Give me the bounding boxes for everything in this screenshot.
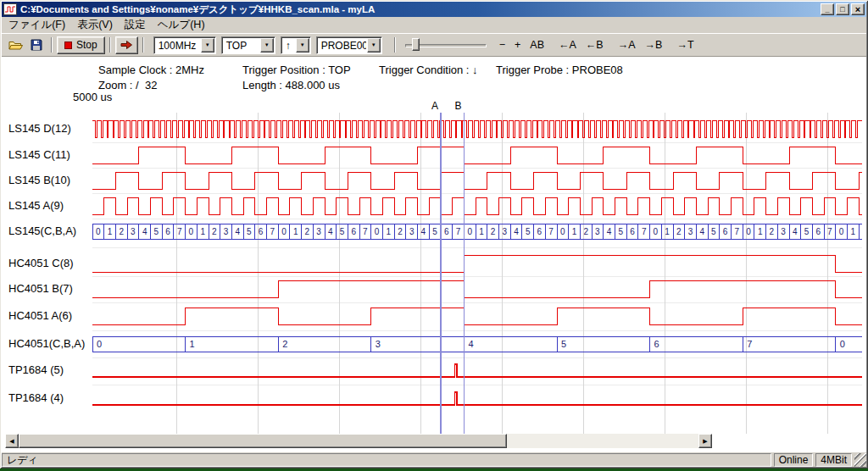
svg-text:4: 4: [793, 227, 798, 236]
channel-tp1684-4: TP1684 (4): [8, 391, 862, 405]
ab-cursor-button[interactable]: AB: [526, 37, 548, 53]
svg-text:2: 2: [212, 227, 217, 236]
trigger-probe-select[interactable]: PROBE00 ▼: [316, 36, 382, 54]
run-button[interactable]: [115, 36, 138, 54]
wave-trace: [92, 120, 862, 137]
svg-text:6: 6: [444, 227, 449, 236]
svg-text:7: 7: [747, 339, 752, 349]
svg-text:0: 0: [96, 227, 101, 236]
titlebar[interactable]: C:¥Documents and Settings¥noname¥デスクトップ¥…: [2, 2, 866, 17]
trigger-position-select[interactable]: TOP ▼: [221, 36, 275, 54]
close-button[interactable]: ×: [851, 3, 865, 15]
svg-text:0: 0: [281, 227, 287, 236]
menu-file[interactable]: ファイル(F): [3, 16, 71, 34]
svg-text:7: 7: [270, 227, 275, 236]
menu-view[interactable]: 表示(V): [71, 16, 119, 34]
statusbar: レディ Online 4MBit: [2, 452, 866, 467]
goto-b-right-button[interactable]: →B: [642, 37, 666, 53]
zoom-out-button[interactable]: −: [496, 37, 509, 53]
svg-text:5: 5: [804, 227, 810, 236]
marker-label: B: [454, 100, 461, 112]
zoom-in-button[interactable]: +: [511, 37, 524, 53]
wave-trace: [92, 197, 862, 214]
svg-text:6: 6: [654, 339, 659, 349]
resize-grip[interactable]: [854, 453, 866, 467]
channel-label: TP1684 (5): [8, 363, 64, 376]
svg-text:3: 3: [131, 227, 136, 236]
run-arrow-icon: [120, 40, 133, 50]
svg-text:7: 7: [177, 227, 182, 236]
scroll-right-button[interactable]: ▶: [698, 434, 712, 448]
svg-text:4: 4: [328, 227, 333, 236]
svg-text:5: 5: [619, 227, 624, 236]
svg-text:1: 1: [387, 227, 392, 236]
trigger-edge-select[interactable]: ↑ ▼: [281, 36, 311, 54]
scroll-left-button[interactable]: ◀: [5, 434, 19, 448]
channel-label: TP1684 (4): [8, 391, 64, 404]
svg-text:1: 1: [190, 339, 195, 349]
menubar: ファイル(F) 表示(V) 設定 ヘルプ(H): [2, 17, 866, 33]
chevron-down-icon[interactable]: ▼: [296, 38, 309, 53]
svg-text:0: 0: [654, 227, 659, 236]
channel-label: LS145 A(9): [8, 199, 64, 212]
sample-clock-info: Sample Clock : 2MHz: [98, 64, 204, 76]
menu-settings[interactable]: 設定: [119, 16, 152, 34]
chevron-down-icon[interactable]: ▼: [367, 38, 381, 53]
marker-b[interactable]: B: [454, 100, 464, 434]
wave-trace: [92, 147, 862, 163]
toolbar-separator: [109, 37, 111, 53]
svg-text:4: 4: [142, 227, 147, 236]
svg-text:1: 1: [665, 227, 670, 236]
svg-text:6: 6: [352, 227, 357, 236]
svg-text:4: 4: [468, 339, 473, 349]
goto-a-right-button[interactable]: →A: [615, 37, 639, 53]
maximize-button[interactable]: □: [836, 3, 849, 15]
svg-text:2: 2: [676, 227, 682, 236]
stop-button[interactable]: Stop: [57, 36, 105, 54]
svg-text:4: 4: [514, 227, 519, 236]
svg-text:3: 3: [316, 227, 321, 236]
channel-tp1684-5: TP1684 (5): [8, 363, 862, 377]
menu-help[interactable]: ヘルプ(H): [152, 16, 211, 34]
open-button[interactable]: [6, 36, 26, 54]
zoom-slider-thumb[interactable]: [412, 38, 420, 51]
marker-a[interactable]: A: [431, 100, 441, 434]
channel-ls145-c-11: LS145 C(11): [8, 147, 862, 163]
stop-label: Stop: [76, 39, 97, 51]
svg-text:3: 3: [224, 227, 229, 236]
goto-trigger-button[interactable]: →T: [673, 37, 697, 53]
svg-text:4: 4: [700, 227, 705, 236]
svg-text:2: 2: [282, 339, 287, 349]
scrollbar-thumb[interactable]: [19, 434, 507, 448]
wave-trace: [92, 392, 862, 405]
channel-label: LS145 D(12): [8, 122, 71, 135]
horizontal-scrollbar[interactable]: ◀ ▶: [5, 434, 712, 448]
scrollbar-track[interactable]: [19, 434, 698, 448]
toolbar-separator: [394, 37, 396, 53]
status-ready: レディ: [2, 453, 771, 467]
window-title: C:¥Documents and Settings¥noname¥デスクトップ¥…: [20, 3, 819, 16]
svg-text:0: 0: [746, 227, 751, 236]
status-online: Online: [774, 453, 814, 467]
sample-rate-select[interactable]: 100MHz ▼: [153, 36, 216, 54]
minimize-button[interactable]: _: [821, 3, 834, 15]
goto-a-left-button[interactable]: ←A: [555, 37, 580, 53]
svg-text:1: 1: [758, 227, 763, 236]
svg-text:4: 4: [607, 227, 612, 236]
wave-trace: [92, 280, 862, 297]
save-button[interactable]: [26, 36, 47, 54]
svg-text:0: 0: [840, 339, 845, 349]
floppy-icon: [31, 39, 42, 51]
goto-b-left-button[interactable]: ←B: [582, 37, 607, 53]
chevron-down-icon[interactable]: ▼: [260, 38, 274, 53]
waveform-display[interactable]: LS145 D(12)LS145 C(11)LS145 B(10)LS145 A…: [2, 93, 863, 436]
zoom-slider[interactable]: [405, 37, 487, 53]
svg-text:4: 4: [236, 227, 241, 236]
channel-label: HC4051 B(7): [8, 282, 73, 295]
chevron-down-icon[interactable]: ▼: [201, 38, 214, 53]
svg-text:1: 1: [851, 227, 856, 236]
svg-text:0: 0: [189, 227, 194, 236]
svg-text:7: 7: [827, 227, 832, 236]
svg-text:3: 3: [595, 227, 600, 236]
channel-ls145-b-10: LS145 B(10): [8, 172, 862, 189]
